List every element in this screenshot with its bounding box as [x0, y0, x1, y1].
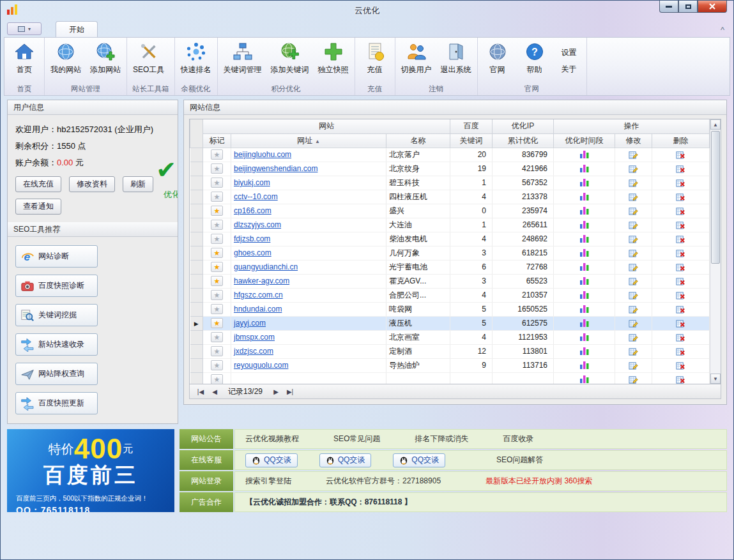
ribbon-button-help[interactable]: ?帮助 — [517, 39, 553, 83]
edit-icon[interactable] — [629, 164, 638, 174]
table-row[interactable]: ★reyouguolu.com导热油炉9113716 — [190, 358, 710, 372]
table-row[interactable]: ★hawker-agv.com霍克AGV...365523 — [190, 274, 710, 288]
qq-chat-button-3[interactable]: QQ交谈 — [393, 453, 445, 467]
edit-icon[interactable] — [629, 305, 638, 314]
star-mark-icon[interactable]: ★ — [211, 374, 223, 384]
edit-icon[interactable] — [629, 333, 638, 342]
delete-icon[interactable] — [676, 192, 685, 202]
star-mark-icon[interactable]: ★ — [211, 304, 223, 314]
link-seo-faq[interactable]: SEO常见问题 — [333, 434, 380, 444]
maximize-button[interactable] — [678, 1, 698, 13]
search-engine-login-link[interactable]: 搜索引擎登陆 — [245, 476, 291, 487]
qq-chat-button-1[interactable]: QQ交谈 — [245, 453, 298, 467]
delete-icon[interactable] — [676, 262, 685, 272]
edit-icon[interactable] — [629, 234, 638, 244]
table-row[interactable]: ★cp166.com盛兴0235974 — [190, 204, 710, 218]
col-delete[interactable]: 删除 — [652, 133, 710, 148]
link-baidu-index[interactable]: 百度收录 — [503, 434, 533, 444]
delete-icon[interactable] — [676, 276, 685, 286]
ribbon-button-seo-tools[interactable]: SEO工具 — [129, 39, 168, 83]
col-period[interactable]: 优化时间段 — [554, 133, 615, 148]
header-group-actions[interactable]: 操作 — [554, 119, 710, 133]
edit-icon[interactable] — [629, 276, 638, 286]
star-mark-icon[interactable]: ★ — [211, 360, 223, 370]
table-row[interactable]: ★jbmspx.com北京画室41121953 — [190, 330, 710, 344]
edit-icon[interactable] — [629, 150, 638, 160]
delete-icon[interactable] — [676, 361, 685, 370]
star-mark-icon[interactable]: ★ — [211, 346, 223, 356]
table-row[interactable]: ★jxdzjsc.com定制酒12113801 — [190, 344, 710, 358]
header-group-ip[interactable]: 优化IP — [493, 119, 554, 133]
optimization-period-chart-icon[interactable] — [579, 347, 590, 356]
edit-icon[interactable] — [629, 319, 638, 328]
star-mark-icon[interactable]: ★ — [211, 192, 223, 202]
table-row[interactable]: ★ghoes.com几何万象3618215 — [190, 246, 710, 260]
star-mark-icon[interactable]: ★ — [211, 290, 223, 300]
ribbon-button-add-site[interactable]: 添加网站 — [86, 39, 125, 83]
edit-icon[interactable] — [629, 220, 638, 230]
ribbon-button-snapshot[interactable]: 独立快照 — [314, 39, 353, 83]
table-row[interactable]: ★hndundai.com吨袋网51650525 — [190, 302, 710, 316]
ribbon-button-keyword-manage[interactable]: 关键词管理 — [220, 39, 266, 83]
ad-banner[interactable]: 特价400元 百度前三 百度前三页内，500以下指数的正规企业词！ QQ：765… — [7, 429, 174, 512]
edit-icon[interactable] — [629, 347, 638, 356]
delete-icon[interactable] — [676, 305, 685, 314]
scroll-down-icon[interactable]: ▼ — [710, 374, 721, 384]
prev-record-button[interactable]: ◀ — [208, 386, 222, 397]
ribbon-button-official-site[interactable]: 官网 — [480, 39, 516, 83]
delete-icon[interactable] — [676, 220, 685, 230]
optimization-period-chart-icon[interactable] — [579, 361, 590, 370]
optimization-period-chart-icon[interactable] — [579, 276, 590, 285]
edit-icon[interactable] — [629, 291, 638, 300]
optimization-period-chart-icon[interactable] — [579, 206, 590, 215]
minimize-button[interactable] — [659, 1, 678, 13]
ribbon-button-exit-system[interactable]: 退出系统 — [437, 39, 475, 83]
header-group-site[interactable]: 网站 — [203, 119, 450, 133]
star-mark-icon[interactable]: ★ — [211, 220, 223, 230]
ribbon-button-quick-rank[interactable]: 快速排名 — [177, 39, 215, 83]
site-url-link[interactable]: jbmspx.com — [234, 333, 275, 342]
refresh-button[interactable]: 刷新 — [123, 176, 153, 192]
link-video-tutorial[interactable]: 云优化视频教程 — [245, 434, 299, 444]
ribbon-collapse-icon[interactable]: ^ — [721, 25, 724, 34]
optimization-period-chart-icon[interactable] — [579, 164, 590, 173]
col-url[interactable]: 网址▲ — [231, 133, 386, 148]
star-mark-icon[interactable]: ★ — [211, 318, 223, 328]
table-row[interactable]: ★dlzszyjys.com大连油1265611 — [190, 218, 710, 232]
last-record-button[interactable]: ▶| — [283, 386, 297, 397]
site-url-link[interactable]: cp166.com — [234, 206, 271, 215]
optimization-period-chart-icon[interactable] — [579, 192, 590, 201]
scroll-up-icon[interactable]: ▲ — [710, 119, 721, 130]
table-row[interactable]: ★ — [190, 372, 710, 384]
seo-tool-site-diagnosis[interactable]: e网站诊断 — [15, 245, 98, 268]
table-row[interactable]: ★biyukj.com碧玉科技1567352 — [190, 176, 710, 190]
optimization-period-chart-icon[interactable] — [579, 375, 590, 384]
ribbon-button-recharge[interactable]: 充值 — [357, 39, 393, 83]
delete-icon[interactable] — [676, 375, 685, 384]
optimization-period-chart-icon[interactable] — [579, 305, 590, 314]
site-url-link[interactable]: beijingluohu.com — [234, 150, 291, 159]
edit-icon[interactable] — [629, 248, 638, 258]
delete-icon[interactable] — [676, 319, 685, 328]
scrollbar-track[interactable] — [710, 130, 721, 374]
col-name[interactable]: 名称 — [386, 133, 450, 148]
edit-icon[interactable] — [629, 192, 638, 202]
star-mark-icon[interactable]: ★ — [211, 234, 223, 244]
optimization-period-chart-icon[interactable] — [579, 319, 590, 328]
edit-icon[interactable] — [629, 361, 638, 370]
star-mark-icon[interactable]: ★ — [211, 149, 223, 160]
star-mark-icon[interactable]: ★ — [211, 332, 223, 342]
vertical-scrollbar[interactable]: ▲ ▼ — [710, 119, 721, 384]
star-mark-icon[interactable]: ★ — [211, 262, 223, 272]
delete-icon[interactable] — [676, 234, 685, 244]
site-url-link[interactable]: guangyudianchi.cn — [234, 262, 298, 271]
delete-icon[interactable] — [676, 178, 685, 188]
seo-answers-link[interactable]: SEO问题解答 — [496, 455, 543, 465]
edit-icon[interactable] — [629, 375, 638, 384]
table-row[interactable]: ★cctv--10.com四柱液压机4213378 — [190, 190, 710, 204]
col-keywords[interactable]: 关键词 — [450, 133, 493, 148]
ribbon-small-button-settings[interactable]: 设置 — [562, 47, 577, 58]
optimization-period-chart-icon[interactable] — [579, 262, 590, 271]
first-record-button[interactable]: |◀ — [194, 386, 208, 397]
next-record-button[interactable]: ▶ — [269, 386, 283, 397]
